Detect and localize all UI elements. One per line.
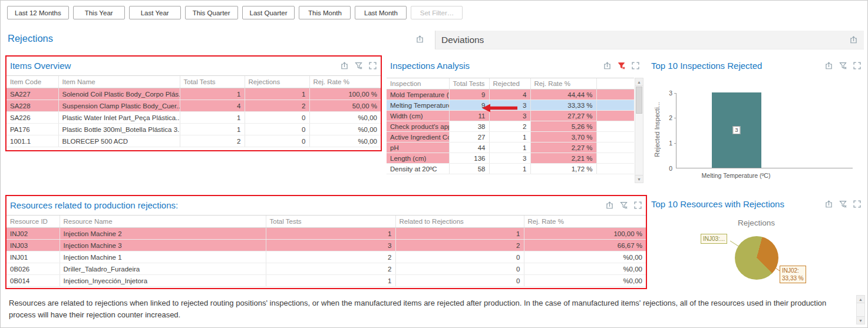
- inspections-analysis-table: Inspection Total Tests Rejected Rej. Rat…: [387, 78, 634, 174]
- table-row[interactable]: INJ03 Injection Machine 3 3 2 66,67 %: [6, 240, 646, 251]
- cell-rej-rate: %0,00: [309, 135, 381, 147]
- col-rej-rate[interactable]: Rej. Rate %: [309, 76, 381, 88]
- col-rej-rate[interactable]: Rej. Rate %: [524, 216, 646, 228]
- table-row[interactable]: Active Ingredient Conc... 27 1 3,70 %: [387, 132, 634, 143]
- col-item-name[interactable]: Item Name: [58, 76, 180, 88]
- table-row[interactable]: SA227 Solenoid Coil Plastic Body_Corpo P…: [6, 88, 381, 100]
- table-row[interactable]: PA176 Plastic Bottle 300ml_Botella Plást…: [6, 124, 381, 135]
- cell-inspection: Active Ingredient Conc...: [387, 132, 449, 143]
- cell-total-tests: 2: [266, 251, 395, 263]
- cell-related: 2: [395, 240, 524, 251]
- col-resource-name[interactable]: Resource Name: [60, 216, 266, 228]
- col-rejected[interactable]: Rejected: [489, 78, 530, 90]
- col-related-to-rejections[interactable]: Related to Rejections: [395, 216, 524, 228]
- export-icon[interactable]: [849, 35, 858, 44]
- bar-chart-y-axis-label: Rejected Inspecti...: [654, 94, 661, 165]
- cell-total-tests: 1: [180, 88, 245, 100]
- table-row[interactable]: Density at 20ºC 58 1 1,72 %: [387, 164, 634, 174]
- cell-rej-rate: 2,21 %: [530, 153, 596, 164]
- expand-icon[interactable]: [853, 61, 862, 70]
- items-overview-table: Item Code Item Name Total Tests Rejectio…: [6, 75, 381, 147]
- scroll-down-icon[interactable]: ▼: [857, 316, 864, 324]
- cell-total-tests: 1: [266, 228, 395, 240]
- scroll-up-icon[interactable]: ▲: [635, 78, 643, 86]
- table-row[interactable]: 0B014 Injection_Inyección_Injetora 1 0 %…: [6, 275, 646, 287]
- scroll-up-icon[interactable]: ▲: [857, 296, 864, 303]
- red-arrow-annotation: [482, 104, 517, 115]
- cell-filler: [596, 100, 634, 111]
- cell-rejections: 2: [245, 100, 309, 112]
- table-row[interactable]: pH 44 1 2,27 %: [387, 143, 634, 153]
- set-filter-button[interactable]: Set Filter…: [411, 6, 463, 19]
- col-total-tests[interactable]: Total Tests: [266, 216, 395, 228]
- col-total-tests[interactable]: Total Tests: [180, 76, 245, 88]
- filter-this-month-button[interactable]: This Month: [299, 6, 351, 19]
- cell-rejected: 3: [489, 153, 530, 164]
- resources-table: Resource ID Resource Name Total Tests Re…: [6, 215, 646, 287]
- cell-rej-rate: %0,00: [524, 251, 646, 263]
- table-row[interactable]: Length (cm) 136 3 2,21 %: [387, 153, 634, 164]
- top-inspections-title: Top 10 Inspections Rejected: [651, 61, 824, 71]
- col-total-tests[interactable]: Total Tests: [449, 78, 489, 90]
- filter-last-year-button[interactable]: Last Year: [129, 6, 181, 19]
- col-item-code[interactable]: Item Code: [6, 76, 58, 88]
- footer-scrollbar[interactable]: ▲ ▼: [856, 295, 865, 324]
- bar-melting-temperature[interactable]: 3: [712, 92, 761, 168]
- cell-resource-id: INJ02: [6, 228, 60, 240]
- filter-last-month-button[interactable]: Last Month: [355, 6, 407, 19]
- footer-note: Resources are related to rejections when…: [9, 297, 848, 321]
- pie-label-inj02-name: INJ02:: [782, 267, 804, 274]
- cell-resource-name: Injection Machine 2: [60, 228, 266, 240]
- table-row[interactable]: SA228 Suspension Clamp Plastic Body_Cuer…: [6, 100, 381, 112]
- cell-rejections: 1: [245, 88, 309, 100]
- export-icon[interactable]: [415, 35, 424, 44]
- cell-rej-rate: 44,44 %: [530, 90, 596, 100]
- y-tick-label: 3: [655, 90, 672, 97]
- table-row[interactable]: Mold Temperature (ºC) 9 4 44,44 %: [387, 90, 634, 100]
- cell-total-tests: 136: [449, 153, 489, 164]
- table-row[interactable]: Check product's appea... 38 2 5,26 %: [387, 121, 634, 132]
- filter-last-12-months-button[interactable]: Last 12 Months: [7, 6, 69, 19]
- tab-rejections[interactable]: Rejections: [8, 33, 53, 44]
- col-inspection[interactable]: Inspection: [387, 78, 449, 90]
- filter-clear-icon[interactable]: [619, 201, 628, 210]
- cell-filler: [596, 132, 634, 143]
- panel-resources-rejections: Resources related to production rejectio…: [5, 195, 647, 289]
- scroll-down-icon[interactable]: ▼: [635, 175, 643, 183]
- filter-this-year-button[interactable]: This Year: [73, 6, 125, 19]
- expand-icon[interactable]: [633, 201, 642, 210]
- pie-label-inj02: INJ02: 33,33 %: [780, 266, 806, 283]
- filter-this-quarter-button[interactable]: This Quarter: [185, 6, 238, 19]
- cell-filler: [596, 90, 634, 100]
- export-icon[interactable]: [603, 61, 612, 70]
- export-icon[interactable]: [605, 201, 614, 210]
- tab-deviations[interactable]: Deviations: [435, 31, 864, 49]
- table-row[interactable]: INJ02 Injection Machine 2 1 1 100,00 %: [6, 228, 646, 240]
- pie-chart[interactable]: [735, 236, 778, 280]
- time-filter-bar: Last 12 Months This Year Last Year This …: [7, 6, 463, 19]
- expand-icon[interactable]: [368, 61, 377, 70]
- cell-related: 0: [395, 263, 524, 275]
- filter-clear-active-icon[interactable]: [617, 61, 626, 70]
- filter-clear-icon[interactable]: [839, 61, 847, 70]
- y-tick-label: 2: [655, 114, 672, 121]
- col-rejections[interactable]: Rejections: [245, 76, 309, 88]
- cell-total-tests: 58: [449, 164, 489, 174]
- col-rej-rate[interactable]: Rej. Rate %: [530, 78, 596, 90]
- table-row[interactable]: 0B026 Driller_Taladro_Furadeira 2 0 %0,0…: [6, 263, 646, 275]
- cell-filler: [596, 111, 634, 121]
- export-icon[interactable]: [340, 61, 349, 70]
- expand-icon[interactable]: [631, 61, 640, 70]
- cell-total-tests: 44: [449, 143, 489, 153]
- table-row[interactable]: INJ01 Injection Machine 1 2 0 %0,00: [6, 251, 646, 263]
- scrollbar-thumb[interactable]: [636, 87, 642, 114]
- filter-last-quarter-button[interactable]: Last Quarter: [242, 6, 295, 19]
- cell-rejections: 0: [245, 135, 309, 147]
- export-icon[interactable]: [824, 61, 833, 70]
- cell-related: 1: [395, 228, 524, 240]
- table-row[interactable]: 1001.1 BLORECEP 500 ACD 2 0 %0,00: [6, 135, 381, 147]
- filter-clear-icon[interactable]: [354, 61, 363, 70]
- table-row[interactable]: SA226 Plastic Water Inlet Part_Peça Plás…: [6, 112, 381, 124]
- inspections-scrollbar[interactable]: ▲ ▼: [635, 78, 643, 183]
- col-resource-id[interactable]: Resource ID: [6, 216, 60, 228]
